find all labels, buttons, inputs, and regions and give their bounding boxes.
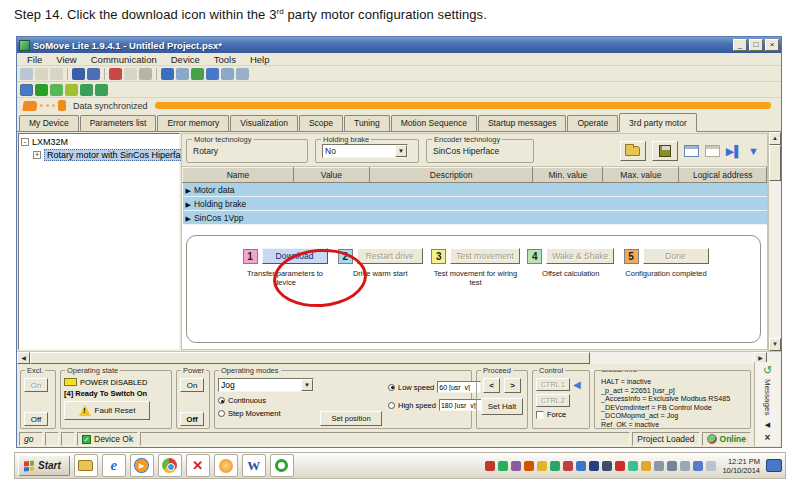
- tab-motion-sequence[interactable]: Motion Sequence: [391, 115, 477, 131]
- tray-icon[interactable]: [537, 461, 547, 471]
- taskbar-clock[interactable]: 12:21 PM 10/10/2014: [722, 457, 760, 475]
- tray-icon[interactable]: [498, 461, 508, 471]
- tray-icon[interactable]: [485, 461, 495, 471]
- step-movement-radio[interactable]: Step Movement: [218, 409, 314, 418]
- tray-icon[interactable]: [511, 461, 521, 471]
- new-document-icon[interactable]: [109, 68, 122, 80]
- tray-icon[interactable]: [602, 461, 612, 471]
- menu-communication[interactable]: Communication: [85, 54, 163, 65]
- collapse-icon[interactable]: -: [21, 138, 29, 146]
- scroll-left-icon[interactable]: ◀: [17, 352, 30, 364]
- taskbar-item-chrome[interactable]: [158, 454, 182, 477]
- scroll-down-icon[interactable]: ▼: [769, 338, 781, 351]
- tray-icon[interactable]: [615, 461, 625, 471]
- fault-reset-button[interactable]: Fault Reset: [64, 401, 150, 420]
- set-position-button[interactable]: Set position: [320, 411, 382, 426]
- tray-icon[interactable]: [641, 461, 651, 471]
- table-row[interactable]: ▶SinCos 1Vpp: [183, 211, 767, 225]
- tray-icon[interactable]: [693, 461, 703, 471]
- menu-help[interactable]: Help: [244, 54, 276, 65]
- column-header-logical-address[interactable]: Logical address: [679, 168, 767, 183]
- tab-scope[interactable]: Scope: [299, 115, 343, 131]
- refresh-icon[interactable]: [35, 84, 48, 96]
- set-halt-button[interactable]: Set Halt: [481, 398, 523, 415]
- scrollbar-track[interactable]: [590, 352, 754, 364]
- new-project-icon[interactable]: [35, 68, 48, 80]
- scrollbar-thumb[interactable]: [30, 352, 590, 364]
- expand-row-icon[interactable]: ▶: [186, 215, 191, 222]
- taskbar-item-utility-app[interactable]: [214, 454, 238, 477]
- minimize-button[interactable]: _: [733, 39, 747, 51]
- step-back-button[interactable]: <: [483, 378, 500, 393]
- expand-row-icon[interactable]: ▶: [186, 187, 191, 194]
- save-motor-file-button[interactable]: [652, 141, 678, 161]
- sync-down-icon[interactable]: [206, 68, 219, 80]
- force-checkbox[interactable]: Force: [536, 410, 586, 419]
- tray-icon[interactable]: [654, 461, 664, 471]
- column-header-min-value[interactable]: Min. value: [533, 168, 603, 183]
- table-view-icon[interactable]: [684, 145, 699, 157]
- close-messages-icon[interactable]: ×: [765, 432, 771, 443]
- taskbar-item-explorer[interactable]: [74, 454, 98, 477]
- scrollbar-thumb[interactable]: [769, 145, 781, 181]
- tray-icon[interactable]: [576, 461, 586, 471]
- step-forward-button[interactable]: >: [504, 378, 521, 393]
- save-as-icon[interactable]: [87, 68, 100, 80]
- menu-view[interactable]: View: [50, 54, 82, 65]
- open-project-icon[interactable]: [50, 68, 63, 80]
- tab-operate[interactable]: Operate: [567, 115, 618, 131]
- open-motor-file-button[interactable]: [620, 141, 646, 161]
- excl-off-button[interactable]: Off: [24, 412, 48, 426]
- double-chevron-down-icon[interactable]: ▼: [748, 146, 759, 157]
- search-icon[interactable]: [176, 68, 189, 80]
- tray-icon[interactable]: [706, 461, 716, 471]
- taskbar-item-media-player[interactable]: ▶: [130, 454, 154, 477]
- menu-tools[interactable]: Tools: [208, 54, 242, 65]
- holding-brake-select[interactable]: No ▼: [322, 144, 408, 158]
- edit-parameters-icon[interactable]: [65, 84, 78, 96]
- table-row[interactable]: ▶Holding brake: [183, 197, 767, 211]
- tree-node-rotary-motor[interactable]: + Rotary motor with SinCos Hiperface: [33, 149, 177, 161]
- menu-device[interactable]: Device: [165, 54, 206, 65]
- tray-icon[interactable]: [524, 461, 534, 471]
- column-header-value[interactable]: Value: [293, 168, 369, 183]
- tab-startup-messages[interactable]: Startup messages: [478, 115, 567, 131]
- tray-icon[interactable]: [680, 461, 690, 471]
- messages-panel[interactable]: ↺ Messages ◀ ×: [754, 362, 780, 446]
- sync-up-icon[interactable]: [191, 68, 204, 80]
- restore-button[interactable]: □: [749, 39, 763, 51]
- power-on-button[interactable]: On: [180, 378, 204, 392]
- tab-tuning[interactable]: Tuning: [344, 115, 390, 131]
- my-device-icon[interactable]: [20, 84, 33, 96]
- store-to-device-icon[interactable]: [80, 84, 93, 96]
- tab-visualization[interactable]: Visualization: [230, 115, 298, 131]
- home-icon[interactable]: [20, 68, 33, 80]
- expand-icon[interactable]: +: [33, 151, 41, 159]
- print-preview-icon[interactable]: [124, 68, 137, 80]
- print-icon[interactable]: [139, 68, 152, 80]
- load-from-device-icon[interactable]: [95, 84, 108, 96]
- table-row[interactable]: ▶Motor data: [183, 183, 767, 197]
- taskbar-item-internet-explorer[interactable]: e: [102, 454, 126, 477]
- start-button[interactable]: Start: [18, 455, 70, 476]
- taskbar-item-somove[interactable]: [270, 454, 294, 477]
- save-icon[interactable]: [72, 68, 85, 80]
- column-header-description[interactable]: Description: [369, 168, 533, 183]
- low-speed-radio[interactable]: Low speed: [388, 381, 474, 393]
- tab-parameters-list[interactable]: Parameters list: [80, 115, 157, 131]
- tab-error-memory[interactable]: Error memory: [157, 115, 229, 131]
- play-step-icon[interactable]: ▶▌: [726, 146, 742, 157]
- power-off-button[interactable]: Off: [180, 412, 204, 426]
- chevron-down-icon[interactable]: ▼: [301, 379, 313, 391]
- horizontal-scrollbar[interactable]: ◀ ▶: [17, 351, 781, 364]
- close-button[interactable]: ×: [765, 39, 779, 51]
- transfer-up-icon[interactable]: [221, 68, 234, 80]
- collapse-left-icon[interactable]: ◀: [765, 421, 770, 429]
- expand-row-icon[interactable]: ▶: [186, 201, 191, 208]
- scroll-up-icon[interactable]: ▲: [769, 132, 781, 145]
- menu-file[interactable]: File: [21, 54, 48, 65]
- tree-node-lxm32m[interactable]: - LXM32M: [21, 137, 177, 147]
- chevron-down-icon[interactable]: ▼: [395, 145, 407, 157]
- tray-icon[interactable]: [667, 461, 677, 471]
- tab-3rd-party-motor[interactable]: 3rd party motor: [619, 113, 697, 132]
